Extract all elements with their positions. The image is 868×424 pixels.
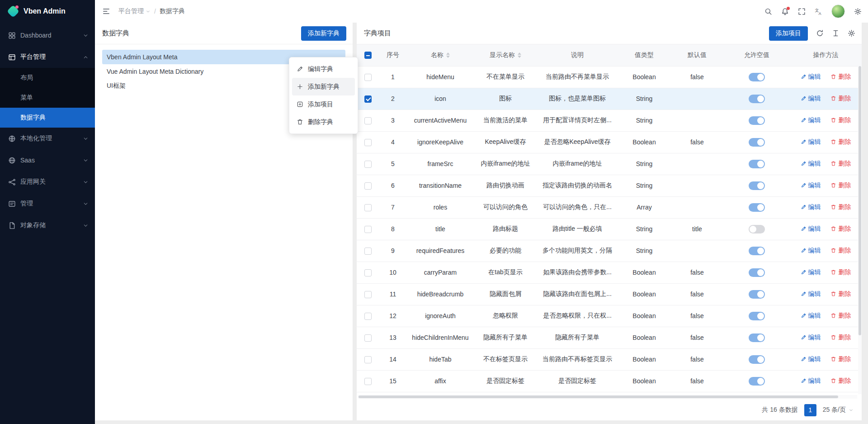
column-header-display-name[interactable]: 显示名称 (474, 44, 537, 66)
row-checkbox[interactable] (364, 226, 372, 233)
edit-link[interactable]: 编辑 (801, 181, 821, 190)
sidebar-item-object-storage[interactable]: 对象存储 (0, 214, 95, 236)
row-height-icon[interactable] (832, 29, 840, 37)
delete-link[interactable]: 删除 (830, 203, 851, 211)
allow-null-toggle[interactable] (749, 138, 765, 147)
sidebar-item-localization[interactable]: 本地化管理 (0, 128, 95, 149)
delete-link[interactable]: 删除 (830, 377, 851, 385)
allow-null-toggle[interactable] (749, 290, 765, 299)
edit-link[interactable]: 编辑 (801, 333, 821, 342)
delete-link[interactable]: 删除 (830, 95, 851, 103)
row-checkbox[interactable] (364, 334, 372, 342)
edit-link[interactable]: 编辑 (801, 95, 821, 103)
delete-link[interactable]: 删除 (830, 73, 851, 81)
edit-link[interactable]: 编辑 (801, 355, 821, 363)
table-row: 4 ignoreKeepAlive KeepAlive缓存 是否忽略KeepAl… (357, 131, 862, 153)
allow-null-toggle[interactable] (749, 116, 765, 125)
sidebar-item-layout[interactable]: 布局 (0, 68, 95, 88)
row-checkbox[interactable] (364, 139, 372, 146)
page-1-button[interactable]: 1 (804, 404, 816, 416)
sidebar-item-menu[interactable]: 菜单 (0, 88, 95, 108)
sidebar-item-app-gateway[interactable]: 应用网关 (0, 171, 95, 193)
edit-link[interactable]: 编辑 (801, 116, 821, 124)
row-checkbox[interactable] (364, 182, 372, 190)
horizontal-scrollbar-thumb[interactable] (359, 395, 838, 398)
delete-link[interactable]: 删除 (830, 247, 851, 255)
sidebar-item-dashboard[interactable]: Dashboard (0, 24, 95, 46)
delete-link[interactable]: 删除 (830, 160, 851, 168)
select-all-checkbox[interactable] (364, 52, 372, 59)
sidebar-item-data-dictionary[interactable]: 数据字典 (0, 108, 95, 128)
add-item-button[interactable]: 添加项目 (769, 26, 808, 41)
delete-link[interactable]: 删除 (830, 333, 851, 342)
sort-carets-icon[interactable] (518, 52, 521, 58)
allow-null-toggle[interactable] (749, 355, 765, 364)
search-icon[interactable] (764, 8, 772, 15)
add-dictionary-button[interactable]: 添加新字典 (301, 26, 346, 41)
row-checkbox[interactable] (364, 269, 372, 276)
translate-icon[interactable]: 文A (815, 8, 822, 15)
row-checkbox[interactable] (364, 313, 372, 320)
fullscreen-icon[interactable] (798, 8, 806, 15)
sidebar-item-saas[interactable]: Saas (0, 149, 95, 171)
edit-link[interactable]: 编辑 (801, 138, 821, 146)
context-menu-item[interactable]: 添加新字典 (292, 78, 355, 95)
context-menu-item[interactable]: 编辑字典 (292, 60, 355, 78)
edit-link[interactable]: 编辑 (801, 377, 821, 385)
row-checkbox[interactable] (364, 248, 372, 255)
context-menu-item[interactable]: 删除字典 (292, 113, 355, 131)
row-checkbox[interactable] (364, 378, 372, 385)
delete-link[interactable]: 删除 (830, 290, 851, 298)
row-checkbox[interactable] (364, 95, 372, 103)
delete-link[interactable]: 删除 (830, 116, 851, 124)
menu-fold-icon[interactable] (102, 7, 110, 15)
breadcrumb-item-platform[interactable]: 平台管理 (118, 7, 151, 15)
edit-link[interactable]: 编辑 (801, 290, 821, 298)
column-header-name[interactable]: 名称 (406, 44, 474, 66)
edit-link[interactable]: 编辑 (801, 312, 821, 320)
edit-link[interactable]: 编辑 (801, 160, 821, 168)
edit-link[interactable]: 编辑 (801, 73, 821, 81)
allow-null-toggle[interactable] (749, 203, 765, 212)
horizontal-scrollbar[interactable] (358, 395, 857, 399)
allow-null-toggle[interactable] (749, 312, 765, 320)
settings-gear-icon[interactable] (854, 8, 862, 15)
delete-link[interactable]: 删除 (830, 312, 851, 320)
sidebar-item-management[interactable]: 管理 (0, 193, 95, 214)
edit-link[interactable]: 编辑 (801, 268, 821, 276)
row-checkbox[interactable] (364, 74, 372, 81)
row-checkbox[interactable] (364, 161, 372, 168)
row-checkbox[interactable] (364, 117, 372, 124)
app-logo[interactable]: Vben Admin (0, 0, 95, 23)
row-checkbox[interactable] (364, 291, 372, 298)
edit-link[interactable]: 编辑 (801, 225, 821, 233)
page-size-select[interactable]: 25 条/页 (823, 406, 854, 414)
allow-null-toggle[interactable] (749, 73, 765, 81)
delete-link[interactable]: 删除 (830, 268, 851, 276)
vertical-scrollbar[interactable] (858, 66, 862, 394)
context-menu-item[interactable]: 添加项目 (292, 95, 355, 113)
allow-null-toggle[interactable] (749, 377, 765, 386)
notification-bell-icon[interactable] (781, 8, 789, 15)
sort-carets-icon[interactable] (446, 52, 450, 58)
user-avatar[interactable] (831, 5, 845, 18)
delete-link[interactable]: 删除 (830, 181, 851, 190)
allow-null-toggle[interactable] (749, 268, 765, 277)
allow-null-toggle[interactable] (749, 95, 765, 103)
allow-null-toggle[interactable] (749, 333, 765, 342)
row-checkbox[interactable] (364, 356, 372, 363)
allow-null-toggle[interactable] (749, 160, 765, 168)
sidebar-item-platform-management[interactable]: 平台管理 (0, 46, 95, 68)
column-settings-gear-icon[interactable] (848, 29, 855, 37)
allow-null-toggle[interactable] (749, 247, 765, 255)
allow-null-toggle[interactable] (749, 225, 765, 233)
edit-link[interactable]: 编辑 (801, 203, 821, 211)
edit-link[interactable]: 编辑 (801, 247, 821, 255)
delete-link[interactable]: 删除 (830, 225, 851, 233)
allow-null-toggle[interactable] (749, 181, 765, 190)
vertical-scrollbar-thumb[interactable] (859, 66, 861, 335)
row-checkbox[interactable] (364, 204, 372, 211)
delete-link[interactable]: 删除 (830, 138, 851, 146)
refresh-icon[interactable] (816, 29, 824, 37)
delete-link[interactable]: 删除 (830, 355, 851, 363)
